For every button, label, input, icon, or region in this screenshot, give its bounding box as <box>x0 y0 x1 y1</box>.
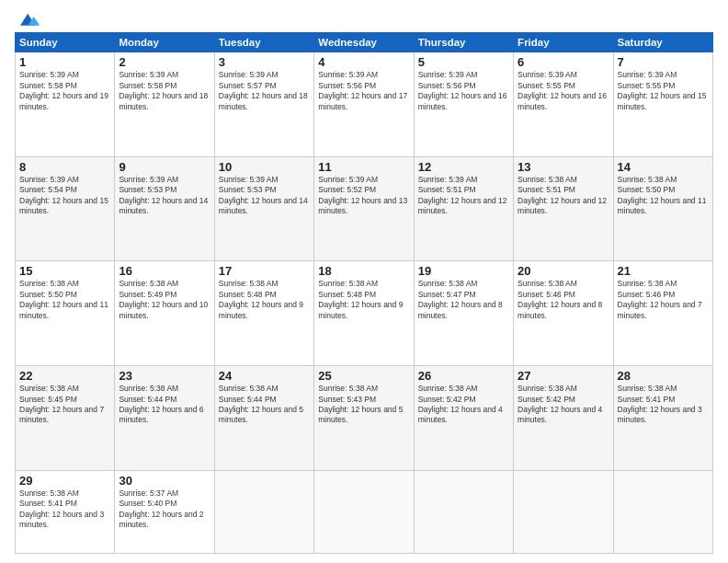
cell-info: Sunrise: 5:38 AM Sunset: 5:45 PM Dayligh… <box>19 384 110 426</box>
calendar-cell: 26 Sunrise: 5:38 AM Sunset: 5:42 PM Dayl… <box>414 366 513 471</box>
day-number: 23 <box>119 369 210 383</box>
calendar-cell <box>414 470 513 553</box>
calendar-cell: 2 Sunrise: 5:39 AM Sunset: 5:58 PM Dayli… <box>115 52 214 157</box>
day-number: 2 <box>119 55 210 69</box>
day-number: 29 <box>19 474 110 488</box>
day-number: 28 <box>618 369 709 383</box>
calendar-cell: 20 Sunrise: 5:38 AM Sunset: 5:46 PM Dayl… <box>514 261 613 366</box>
page: SundayMondayTuesdayWednesdayThursdayFrid… <box>0 0 728 563</box>
day-number: 5 <box>418 55 509 69</box>
cell-info: Sunrise: 5:38 AM Sunset: 5:41 PM Dayligh… <box>618 384 709 426</box>
calendar-cell: 23 Sunrise: 5:38 AM Sunset: 5:44 PM Dayl… <box>115 366 214 471</box>
cell-info: Sunrise: 5:38 AM Sunset: 5:43 PM Dayligh… <box>318 384 409 426</box>
calendar-cell <box>214 470 313 553</box>
day-number: 11 <box>318 160 409 174</box>
calendar-cell: 21 Sunrise: 5:38 AM Sunset: 5:46 PM Dayl… <box>613 261 712 366</box>
calendar-cell <box>314 470 414 553</box>
day-number: 4 <box>318 55 409 69</box>
day-number: 1 <box>19 55 110 69</box>
calendar-cell: 9 Sunrise: 5:39 AM Sunset: 5:53 PM Dayli… <box>115 156 214 261</box>
calendar-cell: 11 Sunrise: 5:39 AM Sunset: 5:52 PM Dayl… <box>314 156 414 261</box>
calendar-cell: 14 Sunrise: 5:38 AM Sunset: 5:50 PM Dayl… <box>613 156 712 261</box>
calendar-cell: 25 Sunrise: 5:38 AM Sunset: 5:43 PM Dayl… <box>314 366 414 471</box>
calendar-cell: 27 Sunrise: 5:38 AM Sunset: 5:42 PM Dayl… <box>514 366 613 471</box>
cell-info: Sunrise: 5:38 AM Sunset: 5:48 PM Dayligh… <box>318 279 409 321</box>
calendar-body: 1 Sunrise: 5:39 AM Sunset: 5:58 PM Dayli… <box>16 52 713 554</box>
calendar-cell: 28 Sunrise: 5:38 AM Sunset: 5:41 PM Dayl… <box>613 366 712 471</box>
day-number: 7 <box>618 55 709 69</box>
calendar-cell: 17 Sunrise: 5:38 AM Sunset: 5:48 PM Dayl… <box>214 261 313 366</box>
calendar-week-0: 1 Sunrise: 5:39 AM Sunset: 5:58 PM Dayli… <box>16 52 713 157</box>
cell-info: Sunrise: 5:38 AM Sunset: 5:49 PM Dayligh… <box>119 279 210 321</box>
day-number: 13 <box>518 160 609 174</box>
calendar-week-1: 8 Sunrise: 5:39 AM Sunset: 5:54 PM Dayli… <box>16 156 713 261</box>
calendar-cell: 10 Sunrise: 5:39 AM Sunset: 5:53 PM Dayl… <box>214 156 313 261</box>
calendar-cell: 24 Sunrise: 5:38 AM Sunset: 5:44 PM Dayl… <box>214 366 313 471</box>
calendar-cell: 6 Sunrise: 5:39 AM Sunset: 5:55 PM Dayli… <box>514 52 613 157</box>
days-header-row: SundayMondayTuesdayWednesdayThursdayFrid… <box>16 33 713 52</box>
day-header-thursday: Thursday <box>414 33 513 52</box>
calendar-cell: 7 Sunrise: 5:39 AM Sunset: 5:55 PM Dayli… <box>613 52 712 157</box>
day-number: 24 <box>219 369 310 383</box>
calendar-cell: 18 Sunrise: 5:38 AM Sunset: 5:48 PM Dayl… <box>314 261 414 366</box>
calendar-week-4: 29 Sunrise: 5:38 AM Sunset: 5:41 PM Dayl… <box>16 470 713 553</box>
cell-info: Sunrise: 5:39 AM Sunset: 5:54 PM Dayligh… <box>19 175 110 217</box>
cell-info: Sunrise: 5:38 AM Sunset: 5:42 PM Dayligh… <box>418 384 509 426</box>
day-number: 21 <box>618 264 709 278</box>
calendar-cell: 29 Sunrise: 5:38 AM Sunset: 5:41 PM Dayl… <box>16 470 115 553</box>
day-number: 22 <box>19 369 110 383</box>
calendar-cell: 1 Sunrise: 5:39 AM Sunset: 5:58 PM Dayli… <box>16 52 115 157</box>
cell-info: Sunrise: 5:38 AM Sunset: 5:41 PM Dayligh… <box>19 488 110 531</box>
day-header-friday: Friday <box>514 33 613 52</box>
calendar-cell: 5 Sunrise: 5:39 AM Sunset: 5:56 PM Dayli… <box>414 52 513 157</box>
day-number: 30 <box>119 474 210 488</box>
day-number: 10 <box>219 160 310 174</box>
cell-info: Sunrise: 5:39 AM Sunset: 5:52 PM Dayligh… <box>318 175 409 217</box>
cell-info: Sunrise: 5:38 AM Sunset: 5:50 PM Dayligh… <box>618 175 709 217</box>
day-header-monday: Monday <box>115 33 214 52</box>
calendar-cell: 12 Sunrise: 5:39 AM Sunset: 5:51 PM Dayl… <box>414 156 513 261</box>
day-header-saturday: Saturday <box>613 33 712 52</box>
cell-info: Sunrise: 5:39 AM Sunset: 5:58 PM Dayligh… <box>19 70 110 112</box>
logo-text <box>15 11 40 29</box>
calendar-cell: 8 Sunrise: 5:39 AM Sunset: 5:54 PM Dayli… <box>16 156 115 261</box>
day-number: 19 <box>418 264 509 278</box>
day-header-wednesday: Wednesday <box>314 33 414 52</box>
cell-info: Sunrise: 5:38 AM Sunset: 5:44 PM Dayligh… <box>219 384 310 426</box>
cell-info: Sunrise: 5:38 AM Sunset: 5:51 PM Dayligh… <box>518 175 609 217</box>
day-number: 14 <box>618 160 709 174</box>
day-number: 18 <box>318 264 409 278</box>
calendar-cell: 13 Sunrise: 5:38 AM Sunset: 5:51 PM Dayl… <box>514 156 613 261</box>
calendar-cell: 30 Sunrise: 5:37 AM Sunset: 5:40 PM Dayl… <box>115 470 214 553</box>
calendar-table: SundayMondayTuesdayWednesdayThursdayFrid… <box>15 32 713 554</box>
calendar-cell <box>613 470 712 553</box>
calendar-cell: 22 Sunrise: 5:38 AM Sunset: 5:45 PM Dayl… <box>16 366 115 471</box>
calendar-cell: 3 Sunrise: 5:39 AM Sunset: 5:57 PM Dayli… <box>214 52 313 157</box>
day-number: 3 <box>219 55 310 69</box>
cell-info: Sunrise: 5:39 AM Sunset: 5:57 PM Dayligh… <box>219 70 310 112</box>
cell-info: Sunrise: 5:38 AM Sunset: 5:48 PM Dayligh… <box>219 279 310 321</box>
header <box>15 11 713 27</box>
day-number: 17 <box>219 264 310 278</box>
calendar-cell <box>514 470 613 553</box>
cell-info: Sunrise: 5:39 AM Sunset: 5:53 PM Dayligh… <box>119 175 210 217</box>
day-number: 15 <box>19 264 110 278</box>
cell-info: Sunrise: 5:38 AM Sunset: 5:50 PM Dayligh… <box>19 279 110 321</box>
cell-info: Sunrise: 5:39 AM Sunset: 5:53 PM Dayligh… <box>219 175 310 217</box>
day-number: 20 <box>518 264 609 278</box>
day-number: 16 <box>119 264 210 278</box>
cell-info: Sunrise: 5:38 AM Sunset: 5:44 PM Dayligh… <box>119 384 210 426</box>
cell-info: Sunrise: 5:39 AM Sunset: 5:56 PM Dayligh… <box>418 70 509 112</box>
day-number: 6 <box>518 55 609 69</box>
calendar-week-2: 15 Sunrise: 5:38 AM Sunset: 5:50 PM Dayl… <box>16 261 713 366</box>
day-number: 12 <box>418 160 509 174</box>
day-header-tuesday: Tuesday <box>214 33 313 52</box>
cell-info: Sunrise: 5:38 AM Sunset: 5:47 PM Dayligh… <box>418 279 509 321</box>
cell-info: Sunrise: 5:37 AM Sunset: 5:40 PM Dayligh… <box>119 488 210 531</box>
day-number: 27 <box>518 369 609 383</box>
logo-area <box>15 11 40 27</box>
day-number: 8 <box>19 160 110 174</box>
cell-info: Sunrise: 5:39 AM Sunset: 5:55 PM Dayligh… <box>618 70 709 112</box>
cell-info: Sunrise: 5:38 AM Sunset: 5:46 PM Dayligh… <box>618 279 709 321</box>
calendar-week-3: 22 Sunrise: 5:38 AM Sunset: 5:45 PM Dayl… <box>16 366 713 471</box>
